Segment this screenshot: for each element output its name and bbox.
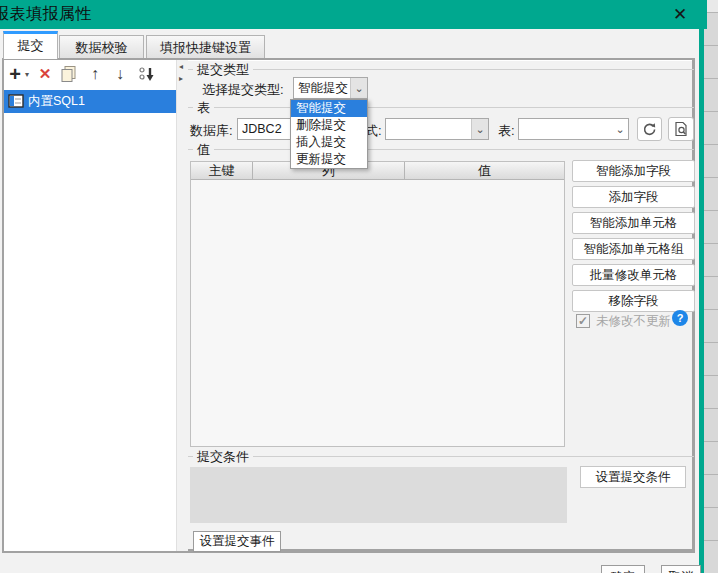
batch-modify-cell-button[interactable]: 批量修改单元格 (572, 264, 695, 286)
group-table-label: 表 (197, 99, 210, 117)
dropdown-option-update-submit[interactable]: 更新提交 (291, 151, 367, 168)
no-update-if-unmodified-checkbox[interactable]: ✓ (576, 314, 590, 328)
check-icon: ✓ (578, 314, 588, 328)
delete-icon: ✕ (39, 65, 52, 83)
splitter-collapse-left-icon[interactable]: ◂ (179, 63, 183, 71)
arrow-up-icon: ↑ (91, 65, 99, 83)
group-submit-type: 提交类型 (188, 62, 694, 77)
dropdown-option-delete-submit[interactable]: 删除提交 (291, 117, 367, 134)
ok-button[interactable]: 确定 (601, 565, 645, 573)
schema-combo[interactable]: ⌄ (385, 118, 489, 140)
smart-add-cell-group-button[interactable]: 智能添加单元格组 (572, 238, 695, 260)
close-icon[interactable]: ✕ (668, 3, 692, 26)
sort-button[interactable] (136, 62, 158, 86)
copy-button[interactable] (59, 62, 79, 86)
select-submit-type-label: 选择提交类型: (202, 81, 284, 99)
list-item-built-in-sql[interactable]: 内置SQL1 (4, 90, 176, 113)
group-table: 表 (188, 100, 694, 115)
submit-type-value: 智能提交 (294, 80, 350, 97)
table-label: 表: (498, 122, 515, 140)
delete-button[interactable]: ✕ (36, 62, 54, 86)
add-button[interactable]: + (6, 62, 24, 86)
background-row-lines (704, 12, 718, 573)
sql-list-panel (4, 60, 176, 551)
refresh-button[interactable] (637, 117, 662, 141)
cancel-button[interactable]: 取消 (661, 565, 701, 573)
smart-add-cell-button[interactable]: 智能添加单元格 (572, 212, 695, 234)
database-label: 数据库: (190, 122, 233, 140)
group-value: 值 (188, 142, 694, 157)
value-table-header: 主键 列 值 (191, 162, 564, 180)
refresh-icon (642, 122, 657, 137)
arrow-down-icon: ↓ (116, 65, 124, 83)
submit-condition-area (190, 467, 567, 523)
submit-type-combo[interactable]: 智能提交 ⌄ (293, 77, 368, 99)
preview-button[interactable] (668, 117, 694, 141)
group-submit-condition: 提交条件 (188, 449, 694, 464)
no-update-if-unmodified-label: 未修改不更新 (596, 313, 671, 330)
value-table: 主键 列 值 (190, 161, 565, 447)
move-up-button[interactable]: ↑ (86, 62, 104, 86)
sort-icon (137, 65, 157, 83)
value-table-body[interactable] (191, 180, 564, 446)
dropdown-option-smart-submit[interactable]: 智能提交 (291, 100, 367, 117)
column-header-value[interactable]: 值 (405, 162, 564, 180)
preview-document-icon (673, 121, 689, 137)
report-fillin-properties-dialog: 报表填报属性 ✕ 提交 数据校验 填报快捷键设置 + ▾ ✕ ↑ ↓ (0, 0, 718, 573)
add-icon: + (9, 63, 21, 86)
smart-add-field-button[interactable]: 智能添加字段 (572, 160, 695, 182)
background-teal-edge (699, 0, 704, 573)
tab-shortcut-settings[interactable]: 填报快捷键设置 (146, 35, 265, 59)
column-header-primary-key[interactable]: 主键 (191, 162, 253, 180)
remove-field-button[interactable]: 移除字段 (572, 290, 695, 312)
table-combo[interactable]: ⌄ (518, 118, 629, 140)
combo-arrow-icon[interactable]: ⌄ (471, 119, 488, 139)
help-icon[interactable]: ? (672, 310, 688, 326)
dialog-title: 报表填报属性 (0, 4, 92, 25)
copy-icon (60, 65, 78, 83)
move-down-button[interactable]: ↓ (111, 62, 129, 86)
panel-splitter[interactable]: ◂ ▸ (176, 60, 188, 551)
tab-data-validation[interactable]: 数据校验 (59, 35, 144, 59)
splitter-collapse-right-icon[interactable]: ▸ (179, 75, 183, 83)
submit-type-dropdown: 智能提交 删除提交 插入提交 更新提交 (290, 99, 368, 169)
dropdown-option-insert-submit[interactable]: 插入提交 (291, 134, 367, 151)
combo-arrow-icon[interactable]: ⌄ (350, 78, 367, 98)
group-submit-type-label: 提交类型 (197, 61, 249, 79)
combo-arrow-icon[interactable]: ⌄ (612, 119, 628, 139)
set-submit-condition-button[interactable]: 设置提交条件 (580, 466, 686, 488)
group-submit-condition-label: 提交条件 (197, 448, 249, 466)
background-spreadsheet-column (704, 0, 718, 573)
sql-dataset-icon (8, 94, 24, 108)
dialog-titlebar[interactable]: 报表填报属性 ✕ (0, 0, 707, 29)
add-menu-caret[interactable]: ▾ (23, 62, 31, 86)
group-value-label: 值 (197, 141, 210, 159)
caret-down-icon: ▾ (25, 70, 29, 79)
tab-submit[interactable]: 提交 (3, 31, 58, 59)
add-field-button[interactable]: 添加字段 (572, 186, 695, 208)
list-item-label: 内置SQL1 (28, 94, 85, 108)
set-submit-event-button[interactable]: 设置提交事件 (193, 531, 281, 552)
